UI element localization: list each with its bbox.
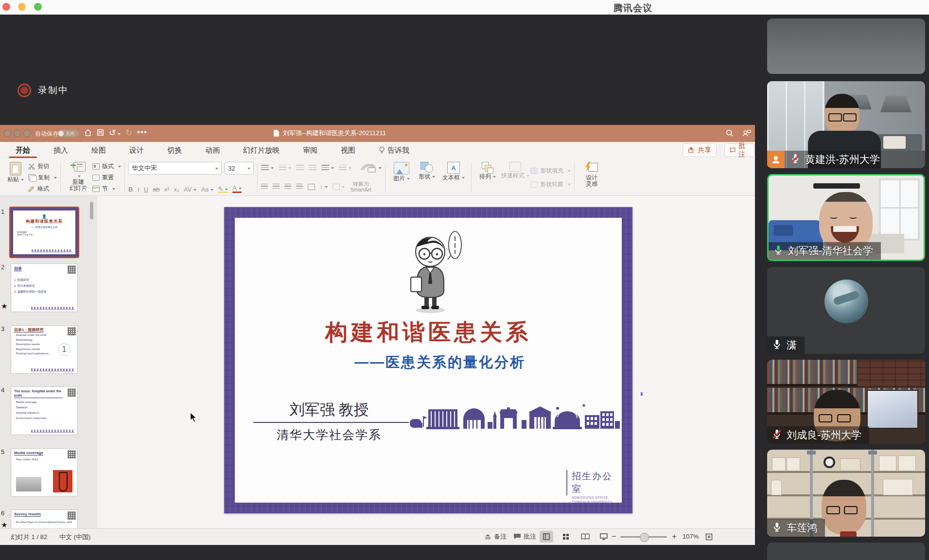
line-spacing-button[interactable] [321,165,334,171]
share-contact-icon[interactable] [742,129,752,140]
tab-view[interactable]: 视图 [329,142,367,158]
align-text-button[interactable] [333,184,345,190]
format-painter-button[interactable]: 格式 [28,184,57,193]
comments-button[interactable]: 批注 [513,532,536,541]
reset-button[interactable]: 重置 [92,173,121,182]
superscript-button[interactable]: x² [164,186,170,193]
minimize-window-light[interactable] [18,3,26,11]
tab-home[interactable]: 开始 [4,142,42,158]
cut-button[interactable]: 剪切 [28,162,57,171]
ppt-minimize-light[interactable] [14,130,21,137]
picture-button[interactable]: 图片 [389,160,414,194]
ppt-zoom-light[interactable] [23,130,31,137]
slide-thumbnail-6[interactable]: Survey results · The White Paper on Chin… [11,509,78,530]
columns-button[interactable] [339,165,351,171]
save-icon[interactable] [96,128,105,139]
strikethrough-button[interactable]: ab [153,186,159,193]
editing-canvas[interactable]: 构建和谐医患关系 ——医患关系的量化分析 刘军强 教授 清华大学社会学系 [97,196,755,530]
slide-canvas[interactable]: 构建和谐医患关系 ——医患关系的量化分析 刘军强 教授 清华大学社会学系 [224,207,632,513]
slide-subtitle[interactable]: ——医患关系的量化分析 [258,353,622,372]
bullets-button[interactable] [261,165,274,171]
shapes-button[interactable]: 形状 [414,160,439,194]
tab-insert[interactable]: 插入 [42,142,80,158]
tab-tell-me[interactable]: 告诉我 [367,142,421,158]
ppt-close-light[interactable] [4,130,11,137]
home-icon[interactable] [84,128,92,139]
tab-transitions[interactable]: 切换 [156,142,193,158]
paste-button[interactable]: 粘贴 [3,160,28,194]
language-status[interactable]: 中文 (中国) [59,533,90,542]
textbox-button[interactable]: A 文本框 [439,160,468,194]
video-tile-chelianhong[interactable]: 车莲鸿 [767,450,925,537]
align-left-button[interactable] [261,184,268,190]
design-ideas-button[interactable]: 设计灵感 [578,160,605,194]
layout-button[interactable]: 版式 [92,162,121,171]
close-window-light[interactable] [2,3,10,11]
annotate-button[interactable]: 批注 [724,143,755,157]
quick-styles-button[interactable]: 快速样式 [500,160,530,194]
slide-thumbnail-2[interactable]: 目录 1. 医闹研究 2. 医疗差错研究 3. 选题和写作的一些思考 [11,263,78,312]
video-tile-partial-bottom[interactable] [767,542,925,560]
search-icon[interactable] [725,129,734,140]
section-button[interactable]: 节 [92,184,121,193]
arrange-button[interactable]: 排列 [475,160,500,194]
convert-smartart-label[interactable]: 转换为SmartArt [351,181,371,192]
slide-author[interactable]: 刘军强 教授 [247,400,411,420]
slide-thumbnail-1[interactable]: 👤 构建和谐医患关系 ——医患关系的量化分析 刘军强 教授清华大学社会学系 [9,207,79,258]
notes-button[interactable]: 备注 [484,532,507,541]
more-commands-icon[interactable]: ••• [137,127,147,137]
justify-button[interactable] [296,184,303,190]
shape-outline-button[interactable]: 形状轮廓 [530,180,571,189]
tab-draw[interactable]: 绘图 [80,142,118,158]
zoom-out-button[interactable]: − [612,532,616,542]
increase-indent-button[interactable] [309,165,316,171]
panel-scrollbar[interactable] [90,202,93,219]
video-tile-xiao[interactable]: 潇 [767,267,925,354]
slide-thumbnail-4[interactable]: The issue: hospital under the knife · Me… [11,386,78,435]
underline-button[interactable]: U [144,186,148,193]
video-tile-partial-top[interactable] [767,18,925,74]
video-tile-liuchengliang[interactable]: 刘成良-苏州大学 [767,360,925,444]
align-right-button[interactable] [284,184,291,190]
slideshow-view-button[interactable] [597,531,611,542]
highlight-color-button[interactable]: ✎ [218,186,228,193]
slide-affiliation[interactable]: 清华大学社会学系 [247,427,411,443]
slide-sorter-view-button[interactable] [559,531,573,542]
subscript-button[interactable]: x₂ [174,186,179,193]
zoom-in-button[interactable]: + [672,532,677,542]
fit-to-window-button[interactable] [702,531,716,542]
video-tile-liujunqiang[interactable]: 刘军强-清华社会学 [767,174,925,261]
copy-button[interactable]: 复制 [28,173,57,182]
tab-design[interactable]: 设计 [118,142,156,158]
smartart-arrow-button[interactable] [360,162,382,173]
zoom-slider-knob[interactable] [640,533,649,542]
italic-button[interactable]: I [137,186,139,193]
autosave-toggle[interactable]: 关闭 [57,130,79,137]
bold-button[interactable]: B [128,186,133,193]
text-direction-button[interactable]: ↕ [320,184,328,190]
video-tile-huangjianhong[interactable]: 黄建洪-苏州大学 [767,81,925,168]
tab-animations[interactable]: 动画 [193,142,231,158]
new-slide-button[interactable]: 新建幻灯片 [64,160,92,194]
tab-review[interactable]: 审阅 [291,142,329,158]
share-button[interactable]: 共享 [683,143,717,157]
numbering-button[interactable] [279,165,291,171]
change-case-button[interactable]: Aa [201,186,213,193]
slide-thumbnail-5[interactable]: Media coverage · New Yorker 2014 [11,448,78,497]
zoom-percent[interactable]: 107% [683,533,699,540]
align-center-button[interactable] [273,184,280,190]
normal-view-button[interactable] [540,531,553,542]
decrease-indent-button[interactable] [296,165,304,171]
reading-view-button[interactable] [578,531,592,542]
tab-slideshow[interactable]: 幻灯片放映 [231,142,291,158]
font-size-select[interactable]: 32 [225,162,254,175]
font-name-select[interactable]: 华文中宋 [128,162,222,175]
zoom-window-light[interactable] [34,3,42,11]
slide-title[interactable]: 构建和谐医患关系 [235,317,622,348]
add-remove-columns-button[interactable] [308,184,315,190]
character-spacing-button[interactable]: AV [184,186,196,193]
undo-icon[interactable]: ↺ [109,128,121,138]
shape-fill-button[interactable]: 形状填充 [530,166,571,175]
slide-thumbnail-3[interactable]: 目录1：医闹研究 · Hospital under the knife · Me… [11,325,78,374]
font-color-button[interactable]: A [232,185,242,193]
